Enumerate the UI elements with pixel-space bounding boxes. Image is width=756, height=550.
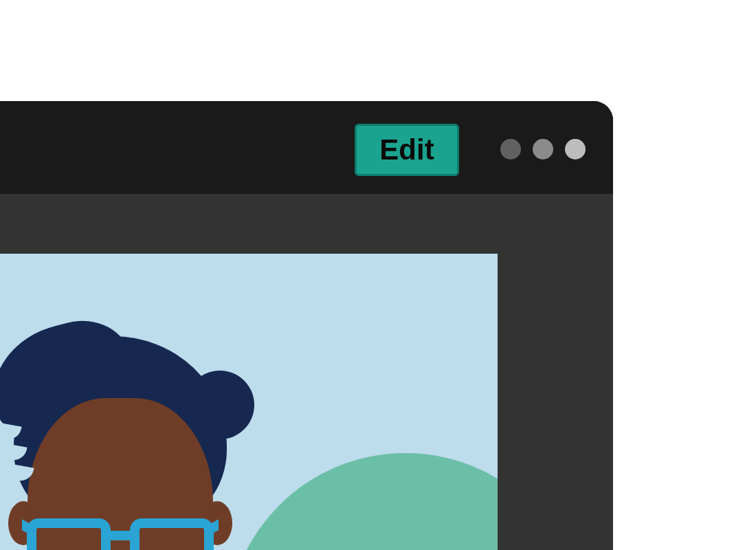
titlebar: Edit	[0, 101, 613, 194]
person-center-hair-back	[186, 371, 254, 439]
person-center	[0, 322, 282, 550]
window-control-minimize-icon[interactable]	[500, 139, 521, 160]
svg-rect-1	[135, 523, 209, 550]
edit-button[interactable]: Edit	[355, 124, 459, 176]
window-control-close-icon[interactable]	[565, 139, 586, 160]
app-window: Edit	[0, 101, 613, 550]
glasses-icon	[22, 514, 219, 550]
svg-rect-0	[32, 523, 106, 550]
window-control-maximize-icon[interactable]	[533, 139, 553, 160]
photo-canvas	[0, 254, 498, 550]
